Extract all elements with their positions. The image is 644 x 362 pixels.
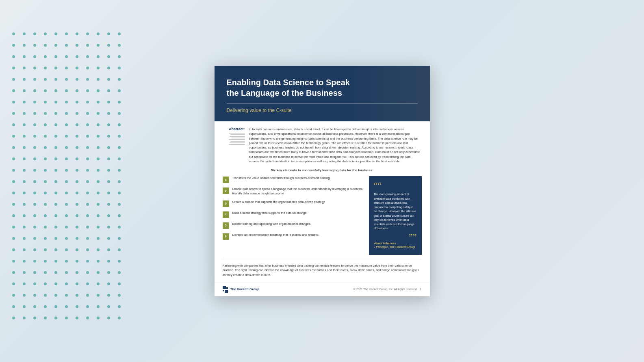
dot <box>33 203 36 206</box>
dot <box>65 112 68 115</box>
dot <box>107 135 110 138</box>
dot <box>54 248 57 251</box>
dot <box>107 89 110 92</box>
dot <box>12 180 15 183</box>
document-title: Enabling Data Science to Speak the Langu… <box>227 77 357 98</box>
list-item: 4 Build a talent strategy that supports … <box>223 211 365 218</box>
dot <box>65 271 68 274</box>
dot <box>12 44 15 47</box>
dot <box>54 260 57 263</box>
dot <box>65 67 68 69</box>
dot <box>23 271 26 274</box>
abstract-line-1 <box>229 133 245 134</box>
dot <box>23 317 26 319</box>
dot <box>54 192 57 194</box>
dot <box>97 146 100 149</box>
dot <box>23 146 26 149</box>
dot <box>44 271 47 274</box>
dot <box>33 180 36 183</box>
dot <box>12 237 15 240</box>
dot <box>118 78 121 81</box>
quote-text: The ever-growing amount of available dat… <box>374 192 417 231</box>
dot <box>54 169 57 172</box>
dot <box>33 146 36 149</box>
dot <box>97 101 100 103</box>
document-container: Enabling Data Science to Speak the Langu… <box>215 66 430 296</box>
dot <box>44 237 47 240</box>
dot <box>54 146 57 149</box>
dot <box>97 317 100 319</box>
dot <box>86 89 89 92</box>
dot <box>23 157 26 160</box>
dot <box>12 135 15 138</box>
dot <box>76 157 78 160</box>
dot <box>107 248 110 251</box>
dot <box>76 169 78 172</box>
logo-square-4 <box>225 290 228 293</box>
dot <box>12 112 15 115</box>
dot <box>33 317 36 319</box>
dot <box>23 282 26 285</box>
dot <box>54 294 57 297</box>
dot <box>33 248 36 251</box>
dot <box>118 135 121 138</box>
dot <box>23 101 26 103</box>
dot <box>44 192 47 194</box>
dot <box>76 67 78 69</box>
dot <box>44 157 47 160</box>
dot <box>23 169 26 172</box>
dot <box>44 112 47 115</box>
dot <box>33 294 36 297</box>
dot <box>33 237 36 240</box>
dot <box>76 112 78 115</box>
hackett-logo-text: The Hackett Group <box>230 287 260 291</box>
dot <box>107 101 110 103</box>
abstract-line-2 <box>230 134 245 135</box>
list-number-6: 6 <box>223 233 229 240</box>
dot <box>86 271 89 274</box>
dot <box>44 305 47 308</box>
dot <box>107 226 110 228</box>
dot <box>118 237 121 240</box>
dot <box>12 192 15 194</box>
dot <box>54 305 57 308</box>
list-text-5: Bolster training and upskilling with org… <box>232 222 311 226</box>
dot <box>23 260 26 263</box>
dot <box>118 67 121 69</box>
dot <box>44 317 47 319</box>
dot <box>54 157 57 160</box>
dot <box>86 135 89 138</box>
list-number-2: 2 <box>223 187 229 194</box>
footer-copyright: © 2021 The Hackett Group, Inc. All right… <box>353 288 421 291</box>
dot <box>54 44 57 47</box>
dot <box>44 180 47 183</box>
footer-body-text: Partnering with companies that offer bus… <box>223 259 422 277</box>
dot <box>12 157 15 160</box>
dot <box>65 169 68 172</box>
dot <box>97 55 100 58</box>
dot <box>54 282 57 285</box>
dot <box>12 78 15 81</box>
dot <box>12 146 15 149</box>
dot <box>23 226 26 228</box>
dot <box>65 260 68 263</box>
dot <box>12 271 15 274</box>
list-item: 2 Enable data teams to speak a language … <box>223 187 365 196</box>
dot <box>33 78 36 81</box>
dot <box>54 237 57 240</box>
dot <box>76 135 78 138</box>
dot <box>54 271 57 274</box>
dot <box>97 237 100 240</box>
dot <box>107 260 110 263</box>
dot <box>65 123 68 126</box>
dot <box>44 55 47 58</box>
dot <box>118 169 121 172</box>
dot <box>12 123 15 126</box>
dot <box>44 44 47 47</box>
hackett-logo: The Hackett Group <box>223 286 260 293</box>
dot <box>54 214 57 217</box>
dot <box>86 214 89 217</box>
dot <box>65 44 68 47</box>
dot <box>118 214 121 217</box>
dot <box>118 226 121 228</box>
